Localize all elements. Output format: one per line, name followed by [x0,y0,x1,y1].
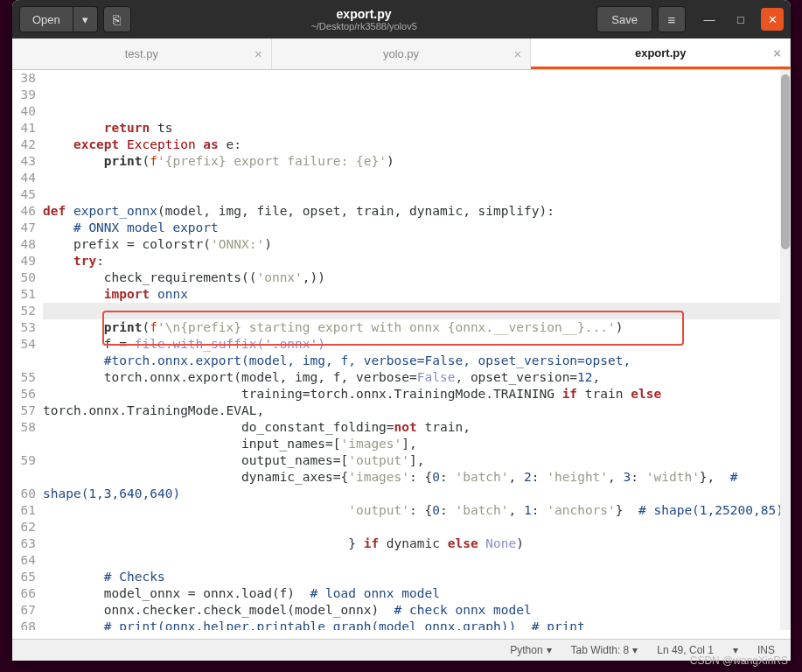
code-line[interactable]: } if dynamic else None) [43,536,791,552]
code-line[interactable]: #torch.onnx.export(model, img, f, verbos… [43,353,791,369]
line-number: 50 [12,270,36,286]
line-number: 52 [12,303,36,319]
tab-width-selector[interactable]: Tab Width: 8 ▾ [571,644,638,656]
line-number: 49 [12,253,36,270]
code-area[interactable]: return ts except Exception as e: print(f… [43,70,791,630]
code-line[interactable]: except Exception as e: [43,136,791,153]
hamburger-menu[interactable]: ≡ [658,6,686,32]
line-number: 61 [12,502,36,519]
minimize-button[interactable]: — [698,8,721,31]
watermark: CSDN @wangXinRS [690,654,788,667]
line-number: 62 [12,519,36,536]
line-number: 47 [12,220,36,236]
tab-bar: test.py×yolo.py×export.py× [12,38,791,70]
title-main: export.py [136,7,592,21]
line-number: 63 [12,536,36,552]
code-line[interactable]: onnx.checker.check_model(model_onnx) # c… [43,602,791,619]
line-number: 40 [12,103,36,120]
line-number: 60 [12,486,36,502]
line-number: 66 [12,585,36,602]
code-line[interactable] [43,552,791,569]
code-line[interactable]: do_constant_folding=not train, [43,419,791,436]
tab-yolo-py[interactable]: yolo.py× [272,38,532,69]
tab-test-py[interactable]: test.py× [12,38,272,69]
line-number: 64 [12,552,36,569]
window-title: export.py ~/Desktop/rk3588/yolov5 [136,7,592,32]
code-line[interactable]: check_requirements(('onnx',)) [43,270,791,286]
editor-window: Open ▾ ⎘ export.py ~/Desktop/rk3588/yolo… [12,0,791,661]
line-number: 43 [12,153,36,170]
code-line[interactable] [43,303,791,319]
line-number: 44 [12,170,36,186]
code-line[interactable]: # print(onnx.helper.printable_graph(mode… [43,619,791,630]
line-gutter: 3839404142434445464748495051525354555657… [12,70,43,630]
code-line[interactable]: print(f'\n{prefix} starting export with … [43,319,791,336]
line-number: 39 [12,87,36,103]
line-number: 54 [12,336,36,369]
code-line[interactable]: def export_onnx(model, img, file, opset,… [43,203,791,220]
open-button[interactable]: Open [19,6,73,32]
line-number: 58 [12,419,36,452]
code-line[interactable]: f = file.with_suffix('.onnx') [43,336,791,353]
line-number: 53 [12,319,36,336]
code-line[interactable]: training=torch.onnx.TrainingMode.TRAININ… [43,386,791,419]
code-line[interactable]: torch.onnx.export(model, img, f, verbose… [43,369,791,386]
tab-close-icon[interactable]: × [255,46,262,61]
line-number: 68 [12,619,36,630]
code-line[interactable]: print(f'{prefix} export failure: {e}') [43,153,791,170]
code-line[interactable]: return ts [43,120,791,136]
code-line[interactable]: dynamic_axes={'images': {0: 'batch', 2: … [43,469,791,502]
code-line[interactable]: import onnx [43,286,791,303]
title-subtitle: ~/Desktop/rk3588/yolov5 [136,21,592,32]
line-number: 46 [12,203,36,220]
language-selector[interactable]: Python ▾ [510,644,551,656]
code-editor[interactable]: 3839404142434445464748495051525354555657… [12,70,791,630]
code-line[interactable]: 'output': {0: 'batch', 1: 'anchors'} # s… [43,502,791,536]
line-number: 41 [12,120,36,136]
line-number: 67 [12,602,36,619]
tab-export-py[interactable]: export.py× [531,38,791,69]
code-line[interactable] [43,170,791,186]
code-line[interactable]: prefix = colorstr('ONNX:') [43,236,791,253]
scrollbar[interactable] [780,70,791,630]
line-number: 65 [12,569,36,585]
line-number: 56 [12,386,36,402]
titlebar: Open ▾ ⎘ export.py ~/Desktop/rk3588/yolo… [12,0,791,38]
maximize-button[interactable]: □ [729,8,752,31]
line-number: 55 [12,369,36,386]
code-line[interactable]: model_onnx = onnx.load(f) # load onnx mo… [43,585,791,602]
tab-close-icon[interactable]: × [773,46,781,60]
open-dropdown[interactable]: ▾ [73,6,98,32]
save-button[interactable]: Save [596,6,652,32]
code-line[interactable] [43,186,791,203]
code-line[interactable]: # Checks [43,569,791,585]
line-number: 51 [12,286,36,303]
code-line[interactable]: output_names=['output'], [43,452,791,469]
tab-close-icon[interactable]: × [514,46,522,61]
line-number: 48 [12,236,36,253]
line-number: 42 [12,136,36,153]
code-line[interactable]: try: [43,253,791,270]
line-number: 59 [12,452,36,486]
statusbar: Python ▾ Tab Width: 8 ▾ Ln 49, Col 1 ▾ I… [12,639,791,661]
line-number: 57 [12,402,36,419]
code-line[interactable]: input_names=['images'], [43,436,791,452]
code-line[interactable]: # ONNX model export [43,220,791,236]
line-number: 38 [12,70,36,87]
new-tab-button[interactable]: ⎘ [103,6,131,32]
close-button[interactable]: ✕ [761,8,784,31]
scrollbar-thumb[interactable] [781,74,790,249]
line-number: 45 [12,186,36,203]
